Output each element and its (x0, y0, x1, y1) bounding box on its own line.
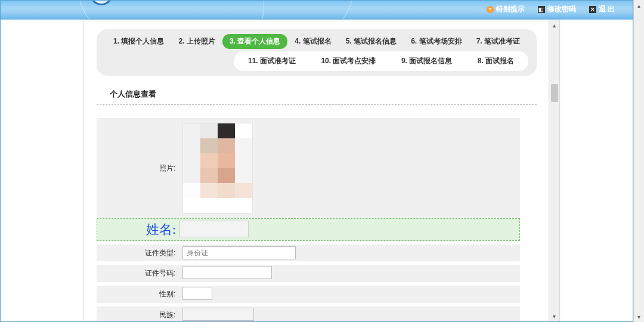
logout-link[interactable]: ✕ 退 出 (589, 4, 615, 14)
value-name (179, 221, 249, 237)
scroll-track[interactable] (636, 11, 642, 311)
value-id-type: 身份证 (182, 246, 296, 259)
step-9[interactable]: 9. 面试报名信息 (394, 54, 459, 69)
row-photo: 照片: (97, 118, 520, 218)
scroll-up-icon[interactable]: ▴ (634, 0, 644, 11)
logout-icon: ✕ (589, 6, 596, 13)
step-8[interactable]: 8. 面试报名 (470, 54, 521, 69)
logo-fragment (90, 1, 113, 5)
change-password-link[interactable]: ◧ 修改密码 (538, 4, 576, 14)
label-gender: 性别: (97, 289, 179, 299)
top-links: ? 特别提示 ◧ 修改密码 ✕ 退 出 (487, 4, 615, 14)
scroll-down-icon[interactable]: ▾ (634, 311, 644, 322)
step-row-2: 11. 面试准考证 10. 面试考点安排 9. 面试报名信息 8. 面试报名 (234, 51, 528, 71)
step-10[interactable]: 10. 面试考点安排 (314, 54, 383, 69)
section-divider (97, 104, 537, 105)
inner-scrollbar[interactable]: ▴ ▾ (549, 20, 559, 321)
label-name: 姓名: (97, 221, 179, 239)
step-3[interactable]: 3. 查看个人信息 (222, 34, 287, 49)
scroll-down-icon[interactable]: ▾ (549, 311, 559, 321)
label-ethnic: 民族: (97, 310, 179, 320)
logout-label: 退 出 (599, 4, 615, 14)
label-id-type: 证件类型: (97, 248, 179, 258)
row-ethnic: 民族: (97, 306, 520, 321)
value-id-num (182, 266, 272, 279)
step-11[interactable]: 11. 面试准考证 (241, 54, 303, 69)
header-band: ? 特别提示 ◧ 修改密码 ✕ 退 出 (1, 1, 633, 20)
settings-icon: ◧ (538, 6, 545, 13)
label-photo: 照片: (97, 163, 179, 174)
step-6[interactable]: 6. 笔试考场安排 (404, 34, 469, 49)
info-block: 照片: 姓名: (97, 118, 520, 321)
step-nav: 1. 填报个人信息 2. 上传照片 3. 查看个人信息 4. 笔试报名 5. 笔… (97, 29, 537, 76)
outer-scrollbar[interactable]: ▴ ▾ (633, 0, 644, 322)
step-1[interactable]: 1. 填报个人信息 (106, 34, 171, 49)
value-ethnic (182, 308, 254, 321)
special-tip-link[interactable]: ? 特别提示 (487, 4, 525, 14)
content-inner: 1. 填报个人信息 2. 上传照片 3. 查看个人信息 4. 笔试报名 5. 笔… (83, 20, 550, 321)
photo-preview (182, 123, 253, 213)
section-title: 个人信息查看 (97, 89, 537, 100)
scroll-thumb[interactable] (551, 84, 558, 102)
special-tip-label: 特别提示 (496, 4, 525, 14)
change-password-label: 修改密码 (547, 4, 576, 14)
question-icon: ? (487, 6, 494, 13)
step-4[interactable]: 4. 笔试报名 (287, 34, 338, 49)
value-gender (182, 287, 212, 300)
row-id-num: 证件号码: (97, 265, 520, 282)
scroll-up-icon[interactable]: ▴ (549, 20, 559, 30)
row-name: 姓名: (97, 218, 520, 241)
content-panel: 1. 填报个人信息 2. 上传照片 3. 查看个人信息 4. 笔试报名 5. 笔… (83, 20, 560, 321)
step-2[interactable]: 2. 上传照片 (171, 34, 222, 49)
step-5[interactable]: 5. 笔试报名信息 (339, 34, 404, 49)
label-id-num: 证件号码: (97, 268, 179, 278)
scroll-track[interactable] (549, 30, 559, 311)
row-gender: 性别: (97, 286, 520, 303)
step-7[interactable]: 7. 笔试准考证 (469, 34, 527, 49)
row-id-type: 证件类型: 身份证 (97, 244, 520, 261)
page-area: ? 特别提示 ◧ 修改密码 ✕ 退 出 1. 填报个人信息 2. 上传照片 3.… (0, 0, 633, 322)
step-row-1: 1. 填报个人信息 2. 上传照片 3. 查看个人信息 4. 笔试报名 5. 笔… (103, 33, 531, 50)
